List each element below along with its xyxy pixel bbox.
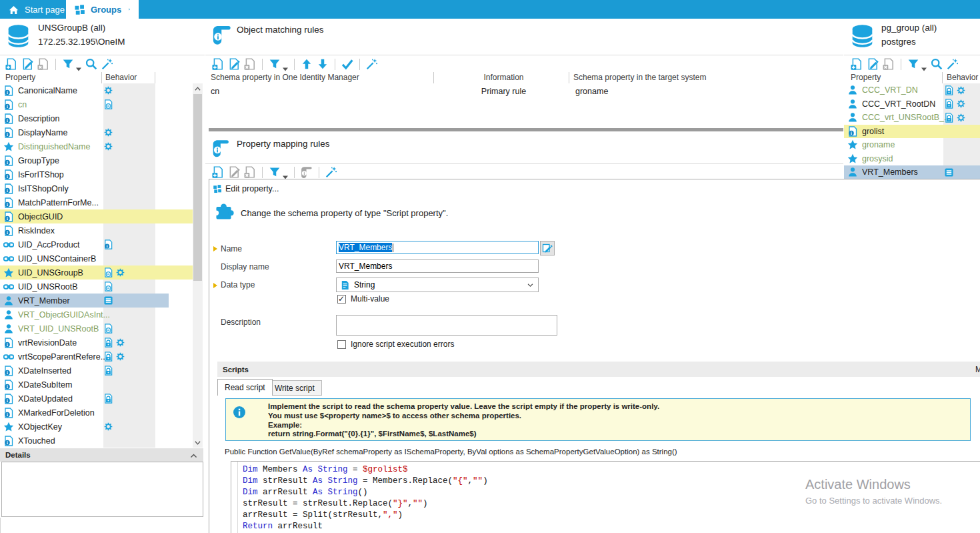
property-row[interactable]: Description <box>0 111 193 125</box>
caret-icon[interactable] <box>921 62 927 66</box>
person-icon <box>847 85 858 95</box>
property-row[interactable]: XTouched <box>0 434 193 448</box>
property-row[interactable]: XDateUpdated <box>0 392 193 406</box>
name-edit-button[interactable] <box>540 241 555 255</box>
property-row[interactable]: IsITShopOnly <box>0 181 193 195</box>
caret-icon[interactable] <box>76 62 81 66</box>
property-row[interactable]: UID_AccProduct <box>0 237 193 251</box>
wand-icon[interactable] <box>366 58 378 70</box>
tab-read-script[interactable]: Read script <box>217 379 273 396</box>
tab-groups[interactable]: Groups <box>66 0 139 19</box>
add-doc-icon[interactable] <box>212 166 224 178</box>
property-row[interactable]: CanonicalName <box>0 83 193 97</box>
property-row[interactable]: VRT_ObjectGUIDAsInt... <box>0 308 193 322</box>
property-row[interactable]: vrtScopeParentRefere... <box>0 350 193 364</box>
del-doc-icon[interactable] <box>883 58 895 70</box>
property-row[interactable]: VRT_Member <box>0 294 193 308</box>
caret-icon[interactable] <box>283 62 288 66</box>
property-row[interactable]: grolist <box>844 125 980 139</box>
left-list-scrollbar[interactable] <box>193 83 203 448</box>
multi-value-checkbox[interactable] <box>337 295 346 304</box>
property-row[interactable]: XDateSubItem <box>0 378 193 392</box>
search-icon[interactable] <box>931 58 943 70</box>
scroll-down-icon[interactable] <box>193 438 203 448</box>
edit-doc-icon[interactable] <box>867 58 879 70</box>
caret-icon[interactable] <box>283 170 288 174</box>
name-input[interactable]: VRT_Members <box>336 241 539 254</box>
property-label: VRT_Member <box>18 296 70 306</box>
property-row[interactable]: IsForITShop <box>0 167 193 181</box>
column-header-behavior[interactable]: Behavior <box>105 73 137 82</box>
doc-info-icon <box>3 380 14 390</box>
scroll-gray-icon[interactable] <box>301 166 313 178</box>
chevron-down-icon[interactable] <box>527 282 534 289</box>
wand-icon[interactable] <box>947 58 959 70</box>
chevron-up-icon[interactable] <box>189 451 198 460</box>
ignore-errors-checkbox[interactable] <box>337 340 346 349</box>
funnel-icon[interactable] <box>269 166 281 178</box>
scrollbar-thumb[interactable] <box>193 94 202 281</box>
property-row[interactable]: grosysid <box>844 152 980 166</box>
del-doc-icon[interactable] <box>37 58 49 70</box>
property-row[interactable]: UID_UNSGroupB <box>0 265 193 280</box>
arrow-down-icon[interactable] <box>317 58 329 70</box>
script-code-editor[interactable]: Dim Members As String = $grolist$Dim str… <box>231 461 980 533</box>
property-row[interactable]: VRT_Members <box>844 165 980 179</box>
property-row[interactable]: DisplayName <box>0 125 193 139</box>
horizontal-splitter[interactable] <box>209 128 843 131</box>
col-information[interactable]: Information <box>442 73 565 82</box>
multi-value-checkbox-row[interactable]: Multi-value <box>337 294 389 304</box>
edit-doc-icon[interactable] <box>228 58 240 70</box>
property-row[interactable]: XObjectKey <box>0 420 193 434</box>
wand-icon[interactable] <box>325 166 337 178</box>
property-row[interactable]: CCC_VRT_DN <box>844 83 980 97</box>
arrow-up-icon[interactable] <box>301 58 313 70</box>
property-row[interactable]: ObjectGUID <box>0 209 193 223</box>
property-row[interactable]: VRT_UID_UNSRootB <box>0 322 193 336</box>
details-header[interactable]: Details <box>0 448 203 462</box>
add-doc-icon[interactable] <box>212 58 224 70</box>
col-schema-oneim[interactable]: Schema property in One Identity Manager <box>211 73 359 82</box>
close-icon[interactable] <box>128 5 131 14</box>
display-name-input[interactable]: VRT_Members <box>336 259 539 273</box>
property-row[interactable]: RiskIndex <box>0 223 193 237</box>
property-label: CCC_vrt_UNSRootB_... <box>862 113 951 122</box>
property-row[interactable]: XDateInserted <box>0 364 193 378</box>
col-schema-target[interactable]: Schema property in the target system <box>573 73 706 82</box>
property-row[interactable]: MatchPatternForMe... <box>0 195 193 209</box>
property-row[interactable]: cn <box>0 97 193 111</box>
add-doc-icon[interactable] <box>851 58 863 70</box>
funnel-icon[interactable] <box>62 58 74 70</box>
data-type-dropdown[interactable]: String <box>336 278 539 292</box>
tab-write-script[interactable]: Write script <box>268 380 322 396</box>
toolbar-separator <box>335 59 335 70</box>
column-header-property[interactable]: Property <box>851 73 881 82</box>
property-row[interactable]: vrtRevisionDate <box>0 336 193 350</box>
property-row[interactable]: GroupType <box>0 153 193 167</box>
column-header-property[interactable]: Property <box>5 73 35 82</box>
del-doc-icon[interactable] <box>244 58 256 70</box>
description-input[interactable] <box>336 315 557 336</box>
edit-doc-gray-icon[interactable] <box>228 166 240 178</box>
check-icon[interactable] <box>341 58 353 70</box>
funnel-icon[interactable] <box>907 58 919 70</box>
property-row[interactable]: CCC_VRT_RootDN <box>844 97 980 111</box>
tab-start-page[interactable]: Start page <box>0 0 73 19</box>
gear-icon <box>115 352 125 362</box>
property-row[interactable]: UID_UNSRootB <box>0 280 193 294</box>
wand-icon[interactable] <box>101 58 113 70</box>
scroll-up-icon[interactable] <box>193 83 203 93</box>
add-doc-icon[interactable] <box>5 58 17 70</box>
property-row[interactable]: groname <box>844 138 980 152</box>
property-row[interactable]: XMarkedForDeletion <box>0 406 193 420</box>
property-row[interactable]: DistinguishedName <box>0 139 193 153</box>
ignore-errors-checkbox-row[interactable]: Ignore script execution errors <box>337 340 454 349</box>
del-doc-icon[interactable] <box>244 166 256 178</box>
property-row[interactable]: UID_UNSContainerB <box>0 251 193 265</box>
search-icon[interactable] <box>85 58 97 70</box>
property-row[interactable]: CCC_vrt_UNSRootB_... <box>844 111 980 125</box>
edit-doc-icon[interactable] <box>21 58 33 70</box>
funnel-icon[interactable] <box>269 58 281 70</box>
matching-rule-row[interactable]: cn Primary rule groname <box>205 87 843 99</box>
column-header-behavior[interactable]: Behavior <box>947 73 978 82</box>
